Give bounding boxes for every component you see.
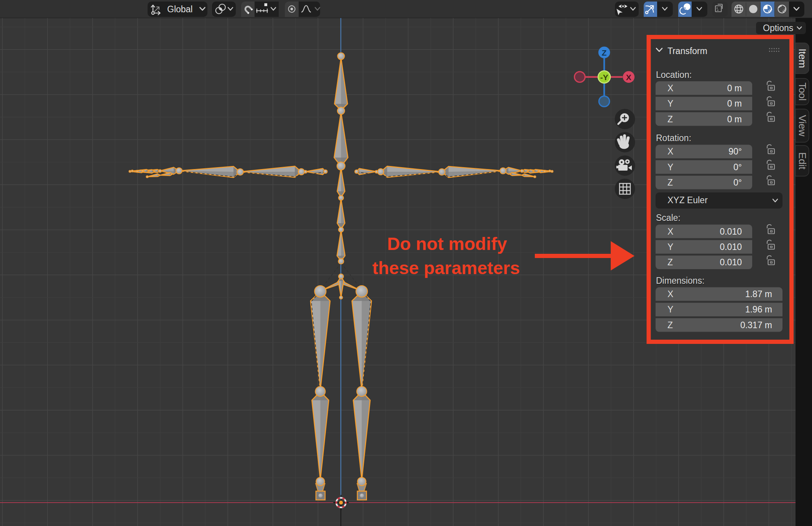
svg-text:0.010: 0.010 [720, 257, 742, 267]
svg-text:-Y: -Y [600, 73, 608, 82]
svg-text:Y: Y [667, 304, 673, 314]
svg-text:Y: Y [667, 99, 673, 108]
svg-text:Z: Z [602, 48, 607, 57]
svg-text:Rotation:: Rotation: [656, 133, 691, 143]
svg-text:Do not modify: Do not modify [387, 234, 507, 254]
svg-text:X: X [667, 146, 673, 156]
svg-text:Global: Global [167, 4, 192, 14]
svg-text:1.87 m: 1.87 m [745, 289, 772, 299]
svg-text:1.96 m: 1.96 m [745, 304, 772, 314]
svg-text:Z: Z [667, 257, 673, 267]
svg-text:Z: Z [667, 178, 673, 187]
svg-text:0 m: 0 m [727, 83, 742, 93]
svg-text:X: X [667, 83, 673, 93]
svg-text:Transform: Transform [667, 46, 707, 56]
svg-text:these parameters: these parameters [372, 258, 520, 278]
svg-text:Options: Options [763, 23, 793, 33]
svg-text:0.317 m: 0.317 m [740, 320, 772, 330]
svg-text:X: X [667, 289, 673, 299]
svg-text:Z: Z [667, 320, 673, 330]
svg-text:Z: Z [667, 114, 673, 124]
svg-text:XYZ Euler: XYZ Euler [667, 195, 708, 205]
svg-text:0 m: 0 m [727, 114, 742, 124]
svg-text:0°: 0° [733, 178, 742, 187]
svg-text:Tool: Tool [797, 82, 808, 101]
svg-text:X: X [626, 73, 631, 82]
svg-text:Item: Item [797, 49, 808, 68]
svg-text:Y: Y [667, 242, 673, 252]
svg-text:View: View [797, 115, 808, 136]
svg-text:0.010: 0.010 [720, 242, 742, 252]
svg-text:Edit: Edit [797, 152, 808, 170]
svg-text:0 m: 0 m [727, 99, 742, 108]
svg-text:Y: Y [667, 162, 673, 172]
svg-text:90°: 90° [728, 146, 742, 156]
svg-text:Scale:: Scale: [656, 213, 681, 223]
svg-text:X: X [667, 227, 673, 237]
svg-text:Location:: Location: [656, 70, 692, 80]
svg-text:Dimensions:: Dimensions: [656, 276, 705, 286]
svg-text:0°: 0° [733, 162, 742, 172]
svg-text:0.010: 0.010 [720, 227, 742, 237]
